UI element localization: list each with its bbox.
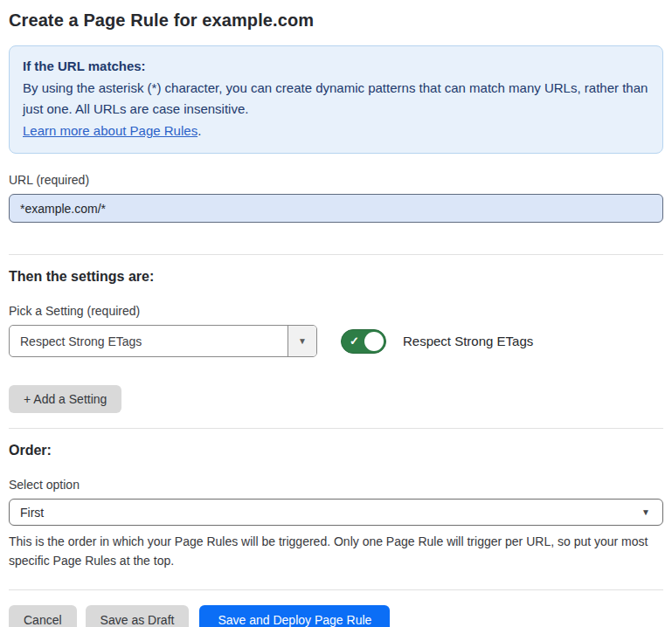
info-box-body: By using the asterisk (*) character, you… <box>23 78 649 120</box>
url-input[interactable] <box>9 194 663 223</box>
setting-toggle[interactable]: ✓ <box>341 329 386 354</box>
setting-row: Respect Strong ETags ▼ ✓ Respect Strong … <box>9 325 663 357</box>
setting-select[interactable]: Respect Strong ETags ▼ <box>9 325 317 357</box>
order-help-text: This is the order in which your Page Rul… <box>9 532 663 570</box>
save-deploy-button[interactable]: Save and Deploy Page Rule <box>199 605 390 627</box>
link-suffix: . <box>197 123 201 138</box>
learn-more-link[interactable]: Learn more about Page Rules <box>23 123 197 138</box>
order-select[interactable]: First ▼ <box>9 499 663 526</box>
check-icon: ✓ <box>350 334 359 348</box>
order-section-heading: Order: <box>9 443 663 458</box>
setting-select-value: Respect Strong ETags <box>10 326 288 356</box>
chevron-down-icon: ▼ <box>641 507 650 517</box>
page-title: Create a Page Rule for example.com <box>9 10 663 31</box>
cancel-button[interactable]: Cancel <box>9 605 77 627</box>
divider <box>9 254 663 255</box>
settings-section-heading: Then the settings are: <box>9 269 663 285</box>
save-draft-button[interactable]: Save as Draft <box>86 605 190 627</box>
order-select-label: Select option <box>9 478 663 492</box>
toggle-label: Respect Strong ETags <box>403 334 533 348</box>
divider <box>9 589 663 590</box>
divider <box>9 428 663 429</box>
create-page-rule-form: Create a Page Rule for example.com If th… <box>0 0 672 627</box>
add-setting-button[interactable]: + Add a Setting <box>9 385 121 413</box>
order-select-value: First <box>20 506 44 520</box>
info-box-link-line: Learn more about Page Rules. <box>23 121 649 141</box>
url-field-label: URL (required) <box>9 173 663 187</box>
info-box-heading: If the URL matches: <box>23 56 649 77</box>
pick-setting-label: Pick a Setting (required) <box>9 304 663 318</box>
chevron-down-icon[interactable]: ▼ <box>288 326 316 356</box>
footer-actions: Cancel Save as Draft Save and Deploy Pag… <box>9 605 663 627</box>
url-match-info-box: If the URL matches: By using the asteris… <box>9 45 663 154</box>
toggle-knob <box>364 332 384 351</box>
